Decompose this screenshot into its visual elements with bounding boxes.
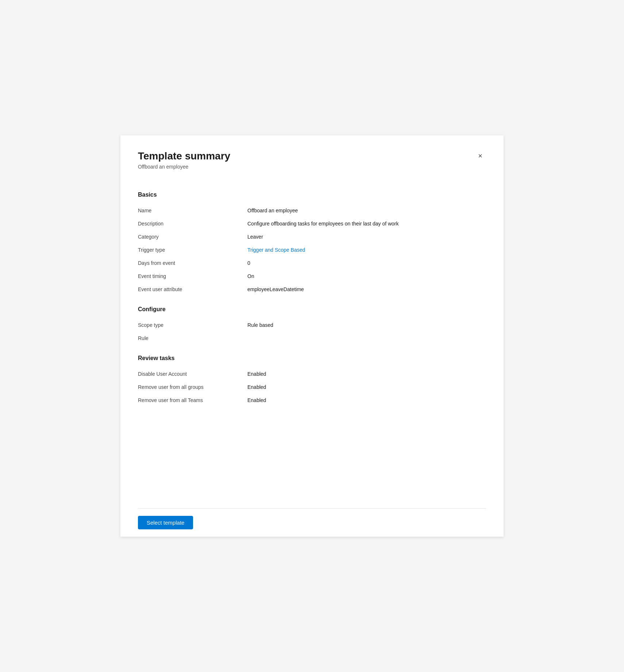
basics-section-title: Basics	[138, 192, 486, 198]
field-value-event-timing: On	[247, 273, 486, 279]
field-label-trigger-type: Trigger type	[138, 247, 247, 253]
template-summary-panel: Template summary Offboard an employee × …	[120, 135, 504, 537]
panel-title: Template summary	[138, 150, 230, 162]
select-template-button[interactable]: Select template	[138, 516, 193, 529]
panel-footer: Select template	[138, 509, 486, 537]
field-row-rule: Rule	[138, 332, 486, 345]
field-label-event-timing: Event timing	[138, 273, 247, 279]
panel-header: Template summary Offboard an employee ×	[138, 150, 486, 170]
field-value-description: Configure offboarding tasks for employee…	[247, 221, 486, 227]
field-label-category: Category	[138, 234, 247, 240]
field-value-event-user-attribute: employeeLeaveDatetime	[247, 286, 486, 292]
field-label-rule: Rule	[138, 335, 247, 341]
field-label-name: Name	[138, 208, 247, 213]
field-value-trigger-type: Trigger and Scope Based	[247, 247, 486, 253]
field-value-days-from-event: 0	[247, 260, 486, 266]
field-row-event-timing: Event timing On	[138, 270, 486, 283]
configure-section-title: Configure	[138, 306, 486, 313]
field-row-description: Description Configure offboarding tasks …	[138, 217, 486, 230]
field-row-trigger-type: Trigger type Trigger and Scope Based	[138, 243, 486, 256]
field-value-disable-user-account: Enabled	[247, 371, 486, 377]
field-row-days-from-event: Days from event 0	[138, 256, 486, 270]
field-value-scope-type: Rule based	[247, 322, 486, 328]
field-row-remove-from-groups: Remove user from all groups Enabled	[138, 381, 486, 394]
field-label-event-user-attribute: Event user attribute	[138, 286, 247, 292]
field-row-scope-type: Scope type Rule based	[138, 318, 486, 332]
disable-user-account-link[interactable]: Disable User Account	[138, 371, 187, 377]
close-button[interactable]: ×	[474, 150, 486, 162]
field-value-name: Offboard an employee	[247, 208, 486, 213]
field-row-remove-from-teams: Remove user from all Teams Enabled	[138, 394, 486, 407]
field-row-category: Category Leaver	[138, 230, 486, 243]
field-row-event-user-attribute: Event user attribute employeeLeaveDateti…	[138, 283, 486, 296]
field-label-description: Description	[138, 221, 247, 227]
content-area: Basics Name Offboard an employee Descrip…	[138, 181, 486, 508]
field-label-scope-type: Scope type	[138, 322, 247, 328]
panel-title-block: Template summary Offboard an employee	[138, 150, 230, 170]
field-value-remove-from-groups: Enabled	[247, 384, 486, 390]
review-tasks-section-title: Review tasks	[138, 355, 486, 362]
panel-subtitle: Offboard an employee	[138, 164, 230, 170]
field-value-category: Leaver	[247, 234, 486, 240]
remove-from-teams-link[interactable]: Remove user from all Teams	[138, 397, 203, 403]
field-row-name: Name Offboard an employee	[138, 204, 486, 217]
field-label-days-from-event: Days from event	[138, 260, 247, 266]
field-value-remove-from-teams: Enabled	[247, 397, 486, 403]
remove-from-groups-link[interactable]: Remove user from all groups	[138, 384, 204, 390]
field-row-disable-user-account: Disable User Account Enabled	[138, 367, 486, 381]
field-label-remove-from-groups: Remove user from all groups	[138, 384, 247, 390]
field-label-disable-user-account: Disable User Account	[138, 371, 247, 377]
field-label-remove-from-teams: Remove user from all Teams	[138, 397, 247, 403]
